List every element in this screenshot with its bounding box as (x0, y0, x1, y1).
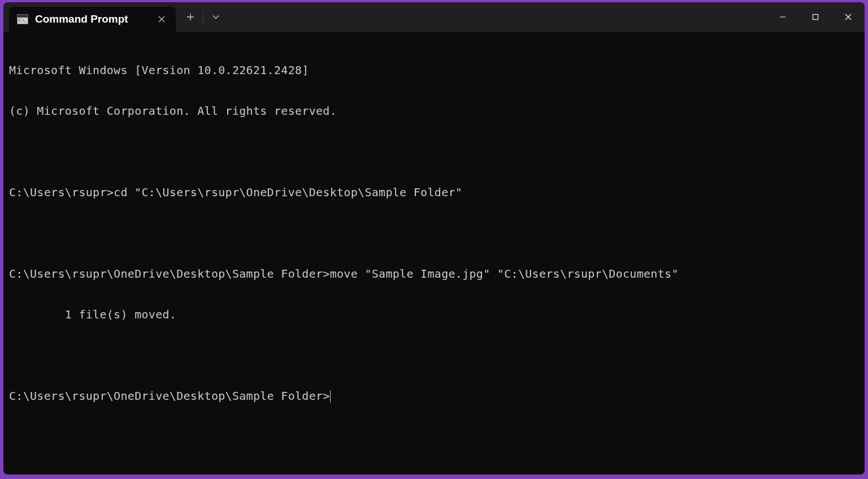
terminal-line: C:\Users\rsupr>cd "C:\Users\rsupr\OneDri… (9, 185, 859, 199)
tab-title: Command Prompt (35, 13, 149, 25)
terminal-line: (c) Microsoft Corporation. All rights re… (9, 104, 859, 118)
terminal-line (9, 226, 859, 240)
maximize-icon (812, 14, 819, 20)
window-controls (766, 2, 865, 32)
titlebar[interactable]: Command Prompt (3, 2, 865, 32)
minimize-icon (779, 14, 786, 20)
tab-command-prompt[interactable]: Command Prompt (9, 7, 176, 32)
terminal-line (9, 145, 859, 158)
close-icon (845, 14, 852, 20)
terminal-output[interactable]: Microsoft Windows [Version 10.0.22621.24… (3, 32, 865, 474)
minimize-button[interactable] (766, 2, 799, 32)
terminal-line: Microsoft Windows [Version 10.0.22621.24… (9, 63, 859, 77)
plus-icon (186, 13, 194, 21)
close-window-button[interactable] (832, 2, 865, 32)
tab-dropdown-button[interactable] (205, 7, 227, 27)
maximize-button[interactable] (799, 2, 832, 32)
terminal-prompt: C:\Users\rsupr\OneDrive\Desktop\Sample F… (9, 389, 330, 403)
terminal-cursor (330, 390, 331, 403)
tab-divider (203, 10, 203, 24)
tab-actions (176, 2, 227, 32)
terminal-line: 1 file(s) moved. (9, 308, 859, 321)
close-icon (158, 16, 165, 23)
terminal-prompt-line: C:\Users\rsupr\OneDrive\Desktop\Sample F… (9, 389, 859, 403)
tab-area: Command Prompt (3, 2, 176, 32)
terminal-line (9, 348, 859, 362)
svg-rect-0 (813, 15, 818, 20)
tab-close-button[interactable] (155, 13, 168, 25)
terminal-line: C:\Users\rsupr\OneDrive\Desktop\Sample F… (9, 267, 859, 281)
new-tab-button[interactable] (179, 7, 202, 27)
cmd-icon (17, 14, 28, 24)
titlebar-drag-area[interactable] (227, 2, 766, 32)
chevron-down-icon (212, 15, 219, 19)
terminal-window: Command Prompt (3, 2, 865, 474)
